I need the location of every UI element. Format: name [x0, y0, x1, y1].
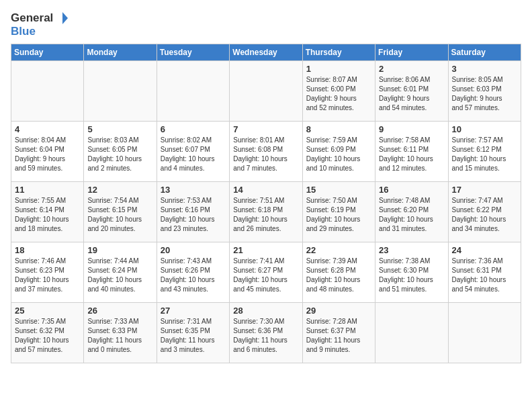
day-info: Sunrise: 7:58 AM Sunset: 6:11 PM Dayligh… — [379, 136, 444, 173]
calendar-cell: 8Sunrise: 7:59 AM Sunset: 6:09 PM Daylig… — [302, 121, 375, 181]
calendar-cell: 25Sunrise: 7:35 AM Sunset: 6:32 PM Dayli… — [11, 302, 84, 363]
calendar-cell: 17Sunrise: 7:47 AM Sunset: 6:22 PM Dayli… — [448, 181, 521, 242]
day-number: 22 — [306, 245, 371, 255]
weekday-header: Tuesday — [157, 44, 229, 60]
calendar-cell: 18Sunrise: 7:46 AM Sunset: 6:23 PM Dayli… — [11, 242, 84, 302]
weekday-header: Friday — [375, 44, 448, 60]
calendar-cell: 2Sunrise: 8:06 AM Sunset: 6:01 PM Daylig… — [375, 60, 448, 121]
calendar-cell: 4Sunrise: 8:04 AM Sunset: 6:04 PM Daylig… — [11, 121, 84, 181]
weekday-header: Saturday — [448, 44, 521, 60]
day-info: Sunrise: 8:03 AM Sunset: 6:05 PM Dayligh… — [87, 136, 152, 173]
day-info: Sunrise: 7:54 AM Sunset: 6:15 PM Dayligh… — [87, 196, 152, 234]
day-info: Sunrise: 7:41 AM Sunset: 6:27 PM Dayligh… — [233, 257, 298, 294]
day-number: 17 — [452, 185, 517, 195]
day-number: 1 — [306, 64, 371, 74]
day-info: Sunrise: 7:47 AM Sunset: 6:22 PM Dayligh… — [452, 196, 517, 234]
calendar-cell — [448, 302, 521, 363]
weekday-header: Wednesday — [230, 44, 302, 60]
calendar-cell: 15Sunrise: 7:50 AM Sunset: 6:19 PM Dayli… — [302, 181, 375, 242]
calendar-week-row: 1Sunrise: 8:07 AM Sunset: 6:00 PM Daylig… — [11, 60, 521, 121]
day-info: Sunrise: 8:02 AM Sunset: 6:07 PM Dayligh… — [161, 136, 226, 173]
day-info: Sunrise: 7:53 AM Sunset: 6:16 PM Dayligh… — [161, 196, 226, 234]
calendar-cell: 19Sunrise: 7:44 AM Sunset: 6:24 PM Dayli… — [84, 242, 157, 302]
day-number: 23 — [379, 245, 444, 255]
calendar-cell: 14Sunrise: 7:51 AM Sunset: 6:18 PM Dayli… — [230, 181, 302, 242]
calendar-cell: 23Sunrise: 7:38 AM Sunset: 6:30 PM Dayli… — [375, 242, 448, 302]
calendar-cell: 28Sunrise: 7:30 AM Sunset: 6:36 PM Dayli… — [230, 302, 302, 363]
calendar-week-row: 18Sunrise: 7:46 AM Sunset: 6:23 PM Dayli… — [11, 242, 521, 302]
day-info: Sunrise: 7:28 AM Sunset: 6:37 PM Dayligh… — [306, 317, 371, 355]
day-number: 11 — [15, 185, 80, 195]
calendar-cell: 29Sunrise: 7:28 AM Sunset: 6:37 PM Dayli… — [302, 302, 375, 363]
calendar-cell: 10Sunrise: 7:57 AM Sunset: 6:12 PM Dayli… — [448, 121, 521, 181]
calendar-cell: 24Sunrise: 7:36 AM Sunset: 6:31 PM Dayli… — [448, 242, 521, 302]
day-info: Sunrise: 7:59 AM Sunset: 6:09 PM Dayligh… — [306, 136, 371, 173]
day-info: Sunrise: 8:07 AM Sunset: 6:00 PM Dayligh… — [306, 75, 371, 113]
day-info: Sunrise: 7:38 AM Sunset: 6:30 PM Dayligh… — [379, 257, 444, 294]
weekday-header: Monday — [84, 44, 157, 60]
calendar-cell: 11Sunrise: 7:55 AM Sunset: 6:14 PM Dayli… — [11, 181, 84, 242]
calendar-week-row: 25Sunrise: 7:35 AM Sunset: 6:32 PM Dayli… — [11, 302, 521, 363]
day-number: 29 — [306, 306, 371, 316]
calendar-week-row: 11Sunrise: 7:55 AM Sunset: 6:14 PM Dayli… — [11, 181, 521, 242]
day-number: 27 — [161, 306, 226, 316]
calendar-cell: 20Sunrise: 7:43 AM Sunset: 6:26 PM Dayli… — [157, 242, 229, 302]
day-number: 2 — [379, 64, 444, 74]
day-number: 19 — [87, 245, 152, 255]
day-number: 26 — [87, 306, 152, 316]
calendar-cell — [375, 302, 448, 363]
calendar-cell: 6Sunrise: 8:02 AM Sunset: 6:07 PM Daylig… — [157, 121, 229, 181]
day-number: 7 — [233, 124, 298, 134]
day-number: 13 — [161, 185, 226, 195]
day-info: Sunrise: 7:36 AM Sunset: 6:31 PM Dayligh… — [452, 257, 517, 294]
day-number: 3 — [452, 64, 517, 74]
day-number: 14 — [233, 185, 298, 195]
day-info: Sunrise: 7:50 AM Sunset: 6:19 PM Dayligh… — [306, 196, 371, 234]
day-info: Sunrise: 7:35 AM Sunset: 6:32 PM Dayligh… — [15, 317, 80, 355]
day-info: Sunrise: 7:39 AM Sunset: 6:28 PM Dayligh… — [306, 257, 371, 294]
day-info: Sunrise: 7:44 AM Sunset: 6:24 PM Dayligh… — [87, 257, 152, 294]
day-info: Sunrise: 8:06 AM Sunset: 6:01 PM Dayligh… — [379, 75, 444, 113]
calendar-table: SundayMondayTuesdayWednesdayThursdayFrid… — [11, 44, 521, 363]
weekday-header: Sunday — [11, 44, 84, 60]
day-number: 5 — [87, 124, 152, 134]
day-info: Sunrise: 8:05 AM Sunset: 6:03 PM Dayligh… — [452, 75, 517, 113]
day-number: 28 — [233, 306, 298, 316]
day-number: 21 — [233, 245, 298, 255]
day-info: Sunrise: 7:31 AM Sunset: 6:35 PM Dayligh… — [161, 317, 226, 355]
logo-text: General Blue — [11, 11, 69, 38]
day-number: 15 — [306, 185, 371, 195]
day-info: Sunrise: 8:04 AM Sunset: 6:04 PM Dayligh… — [15, 136, 80, 173]
day-info: Sunrise: 7:51 AM Sunset: 6:18 PM Dayligh… — [233, 196, 298, 234]
day-number: 20 — [161, 245, 226, 255]
calendar-cell: 22Sunrise: 7:39 AM Sunset: 6:28 PM Dayli… — [302, 242, 375, 302]
calendar-cell — [84, 60, 157, 121]
day-number: 24 — [452, 245, 517, 255]
day-info: Sunrise: 8:01 AM Sunset: 6:08 PM Dayligh… — [233, 136, 298, 173]
page-header: General Blue — [11, 11, 521, 38]
day-number: 8 — [306, 124, 371, 134]
day-number: 12 — [87, 185, 152, 195]
day-number: 18 — [15, 245, 80, 255]
calendar-cell: 12Sunrise: 7:54 AM Sunset: 6:15 PM Dayli… — [84, 181, 157, 242]
calendar-cell: 16Sunrise: 7:48 AM Sunset: 6:20 PM Dayli… — [375, 181, 448, 242]
calendar-cell: 26Sunrise: 7:33 AM Sunset: 6:33 PM Dayli… — [84, 302, 157, 363]
day-number: 9 — [379, 124, 444, 134]
day-number: 4 — [15, 124, 80, 134]
calendar-cell: 27Sunrise: 7:31 AM Sunset: 6:35 PM Dayli… — [157, 302, 229, 363]
calendar-cell — [11, 60, 84, 121]
day-info: Sunrise: 7:55 AM Sunset: 6:14 PM Dayligh… — [15, 196, 80, 234]
svg-marker-0 — [62, 12, 68, 24]
logo-arrow-icon — [54, 11, 69, 26]
day-info: Sunrise: 7:30 AM Sunset: 6:36 PM Dayligh… — [233, 317, 298, 355]
calendar-cell: 13Sunrise: 7:53 AM Sunset: 6:16 PM Dayli… — [157, 181, 229, 242]
day-info: Sunrise: 7:57 AM Sunset: 6:12 PM Dayligh… — [452, 136, 517, 173]
calendar-cell: 5Sunrise: 8:03 AM Sunset: 6:05 PM Daylig… — [84, 121, 157, 181]
calendar-week-row: 4Sunrise: 8:04 AM Sunset: 6:04 PM Daylig… — [11, 121, 521, 181]
weekday-header: Thursday — [302, 44, 375, 60]
day-number: 10 — [452, 124, 517, 134]
logo: General Blue — [11, 11, 69, 38]
day-number: 25 — [15, 306, 80, 316]
calendar-cell: 1Sunrise: 8:07 AM Sunset: 6:00 PM Daylig… — [302, 60, 375, 121]
calendar-cell: 7Sunrise: 8:01 AM Sunset: 6:08 PM Daylig… — [230, 121, 302, 181]
